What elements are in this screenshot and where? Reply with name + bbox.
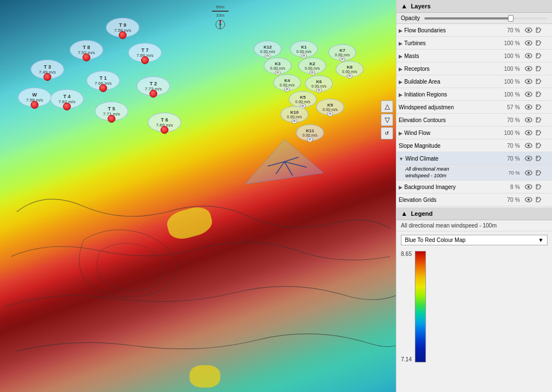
layer-visibility-button[interactable] [524,182,533,191]
layer-icon-cell [522,88,552,101]
svg-point-23 [527,80,530,83]
layer-visibility-button[interactable] [524,90,533,99]
turbine-marker: T 17.66 m/s [86,71,120,90]
svg-point-29 [527,106,530,108]
nav-up-button[interactable]: △ [381,100,393,113]
legend-collapse-icon[interactable]: ▲ [401,210,408,217]
layer-tag-button[interactable] [534,103,543,112]
svg-point-45 [537,171,538,172]
layer-row[interactable]: Windspeed adjustmen57 % [396,101,552,114]
layer-tag-button[interactable] [534,51,543,60]
svg-point-36 [537,132,538,133]
layer-tag-button[interactable] [534,38,543,47]
layer-row[interactable]: ▶ Buildable Area100 % [396,75,552,88]
layer-name-cell: ▶ Turbines [396,37,496,50]
map-area[interactable]: 66m 33m T 97.58 m/sT 87.52 m/sT 77.66 m/… [0,0,396,392]
layers-table: ▶ Flow Boundaries70 %▶ Turbines100 %▶ Ma… [396,24,552,206]
layer-pct: 70 % [496,139,522,152]
layers-collapse-icon[interactable]: ▲ [401,2,408,10]
layer-name-cell: ▶ Receptors [396,62,496,75]
layer-pct: 57 % [496,101,522,114]
layer-name: Buildable Area [404,79,440,85]
svg-point-48 [537,186,538,187]
layer-visibility-button[interactable] [524,64,533,73]
layer-pct: 70 % [496,152,522,165]
layer-expand-icon[interactable]: ▶ [399,130,403,136]
svg-point-51 [537,199,538,200]
layer-expand-icon[interactable]: ▼ [399,156,404,162]
layer-expand-icon[interactable]: ▶ [399,92,403,98]
layer-tag-button[interactable] [534,77,543,86]
layer-pct: 70 % [496,165,522,181]
layer-icon-cell [522,152,552,165]
navigation-buttons: △ ▽ ↺ [381,100,393,139]
layer-tag-button[interactable] [534,168,543,177]
layers-title: Layers [411,3,430,9]
opacity-slider[interactable] [424,17,548,20]
layer-visibility-button[interactable] [524,115,533,124]
layer-visibility-button[interactable] [524,195,533,204]
layer-row[interactable]: Slope Magnitude70 % [396,139,552,152]
layer-row[interactable]: ▼ Wind Climate70 % [396,152,552,165]
layer-expand-icon[interactable]: ▶ [399,54,403,59]
layer-row[interactable]: ▶ Turbines100 % [396,37,552,50]
receptor-marker: K20.00 m/s⊕ [298,57,326,74]
turbine-dot [108,115,115,123]
layer-icon-cell [522,50,552,62]
layer-tag-button[interactable] [534,141,543,150]
layer-tag-button[interactable] [534,195,543,204]
layer-icon-cell [522,24,552,37]
turbine-dot [31,101,38,109]
opacity-thumb[interactable] [508,15,514,22]
layer-visibility-button[interactable] [524,103,533,112]
svg-point-47 [527,186,530,188]
layer-row[interactable]: ▶ Masts100 % [396,50,552,62]
layer-row[interactable]: Elevation Grids70 % [396,193,552,206]
layer-visibility-button[interactable] [524,168,533,177]
layer-row[interactable]: ▶ Initiation Regions100 % [396,88,552,101]
layer-name-cell: ▶ Masts [396,50,496,62]
layer-expand-icon[interactable]: ▶ [399,28,403,33]
layer-expand-icon[interactable]: ▶ [399,41,403,46]
layer-tag-button[interactable] [534,90,543,99]
nav-down-button[interactable]: ▽ [381,114,393,126]
layer-expand-icon[interactable]: ▶ [399,79,403,85]
layer-icon-cell [522,75,552,88]
layer-row[interactable]: ▶ Wind Flow100 % [396,127,552,139]
layer-visibility-button[interactable] [524,51,533,60]
layer-tag-button[interactable] [534,115,543,124]
layer-name-cell: ▼ Wind Climate [396,152,496,165]
layer-tag-button[interactable] [534,64,543,73]
layer-name: Slope Magnitude [399,143,440,149]
layer-row[interactable]: ▶ Receptors100 % [396,62,552,75]
layer-tag-button[interactable] [534,26,543,35]
colorbar [415,251,426,362]
layer-visibility-button[interactable] [524,26,533,35]
layer-row[interactable]: All directional mean windspeed - 100m70 … [396,165,552,181]
layer-name: Masts [404,53,419,59]
layer-tag-button[interactable] [534,182,543,191]
legend-subtitle: All directional mean windspeed - 100m [396,220,552,231]
layer-visibility-button[interactable] [524,77,533,86]
layer-visibility-button[interactable] [524,154,533,163]
layer-expand-icon[interactable]: ▶ [399,185,403,190]
nav-reset-button[interactable]: ↺ [381,127,393,139]
layer-tag-button[interactable] [534,128,543,137]
layer-row[interactable]: ▶ Flow Boundaries70 % [396,24,552,37]
layer-expand-icon[interactable]: ▶ [399,66,403,72]
layer-row[interactable]: Elevation Contours70 % [396,114,552,127]
colormap-dropdown[interactable]: Blue To Red Colour Map ▼ [401,235,548,245]
turbine-dot [119,31,127,39]
layer-visibility-button[interactable] [524,38,533,47]
layer-tag-button[interactable] [534,154,543,163]
layer-icon-cell [522,37,552,50]
layer-row[interactable]: ▶ Background Imagery8 % [396,181,552,193]
svg-point-15 [537,42,538,43]
layer-pct: 70 % [496,24,522,37]
layer-name: Turbines [404,40,426,46]
turbine-dot [43,73,51,81]
svg-point-35 [527,132,530,134]
layer-visibility-button[interactable] [524,128,533,137]
layer-visibility-button[interactable] [524,141,533,150]
turbine-marker: T 87.52 m/s [70,40,103,60]
